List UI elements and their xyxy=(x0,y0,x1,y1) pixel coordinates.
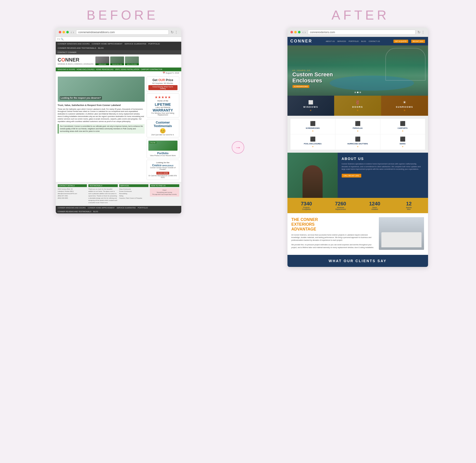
sidebar-testimonials-box: Customer Testimonials 😊 Don't just take … xyxy=(147,119,179,137)
secondary-hurricane-shutters[interactable]: ⬛ HURRICANE SHUTTERS ⊕ xyxy=(335,134,380,150)
map-oops: Oops! xyxy=(151,189,178,191)
footer-services-title: SERVICES xyxy=(119,184,149,187)
before-nav-item-2[interactable]: CONNER HOME IMPROVEMENT xyxy=(92,43,123,45)
secondary-screenrooms[interactable]: ⬛ SCREENROOMS ⊕ xyxy=(290,119,335,134)
secondary-carports[interactable]: ⬛ CARPORTS ⊕ xyxy=(380,119,425,134)
bottom-nav-6[interactable]: BLOG xyxy=(93,211,98,212)
footer-testimonials-content: Thank you so much for the beautiful addi… xyxy=(88,188,118,204)
hero-dot-1[interactable] xyxy=(354,92,356,93)
after-nav-contact[interactable]: CONTACT US xyxy=(369,40,380,42)
hero-dot-2[interactable] xyxy=(357,92,359,93)
after-browser-nav-arrows[interactable]: ‹ › xyxy=(303,30,306,34)
sidebar-portfolio[interactable]: ONLINE Portfolio View Photos of Our Rece… xyxy=(147,139,179,158)
carports-icon: ⬛ xyxy=(400,121,405,126)
before-hero-text: Looking for the respect you deserve? xyxy=(60,96,102,100)
after-dot-red xyxy=(290,31,293,33)
costco-wholesale: WHOLESALE xyxy=(162,165,173,166)
after-hero: 40 YEARS OF Custom ScreenEnclosures SCRE… xyxy=(287,45,428,96)
after-nav-links: ABOUT US SERVICES PORTFOLIO BLOG CONTACT… xyxy=(315,40,390,42)
bottom-nav-2[interactable]: CONNER HOME IMPROVEMENT xyxy=(88,207,114,209)
stat-awards-number: 12 xyxy=(393,201,425,207)
service-box-windows[interactable]: ⬜ WINDOWS ⊕ xyxy=(287,96,334,116)
about-title: ABOUT US xyxy=(342,157,424,161)
subnav-item-2[interactable]: HOME ENCLOSURES xyxy=(77,69,94,70)
warranty-lifetime: LIFETIME xyxy=(148,102,177,106)
hero-dot-3[interactable] xyxy=(360,92,361,93)
map-went-wrong: Something went wrong. xyxy=(151,191,178,194)
browser-action-icons[interactable]: ↻ ⋮ xyxy=(171,30,178,34)
before-nav-item-5[interactable]: CONNER REVIEWS AND TESTIMONIALS xyxy=(58,47,96,49)
browser-nav-arrows[interactable]: ‹ › xyxy=(71,30,74,34)
after-nav-about[interactable]: ABOUT US xyxy=(326,40,335,42)
windows-label: WINDOWS xyxy=(303,106,318,108)
hurricane-shutters-icon: ⬛ xyxy=(355,136,361,142)
before-content: Looking for the respect you deserve? Tru… xyxy=(56,75,181,182)
browser-dots xyxy=(59,31,69,33)
footer-contact-title: CONTACT DETAILS xyxy=(58,184,87,187)
subnav-item-5[interactable]: CARPORT CONTRACTOR xyxy=(141,69,162,70)
costco-click-here-button[interactable]: CLICK HERE xyxy=(156,172,169,175)
after-nav-services[interactable]: SERVICES xyxy=(337,40,346,42)
after-nav-blog[interactable]: BLOG xyxy=(361,40,366,42)
bottom-nav-4[interactable]: PORTFOLIO xyxy=(138,207,148,209)
subnav-item-3[interactable]: HOME REMODELING xyxy=(96,69,113,70)
costco-logo-text: Costco xyxy=(152,164,161,167)
after-nav-portfolio[interactable]: PORTFOLIO xyxy=(348,40,359,42)
service-box-sunrooms[interactable]: ☀ SUNROOMS ⊕ xyxy=(381,96,428,116)
after-nav-get-quote-button[interactable]: GET A QUOTE xyxy=(393,40,408,43)
footer-testimonials-col: TESTIMONIALS Thank you so much for the b… xyxy=(88,184,118,204)
costco-looking-text: Looking for the xyxy=(148,161,177,164)
stat-windows-label: WindowsReplacement xyxy=(325,207,357,210)
clients-section: WHAT OUR CLIENTS SAY xyxy=(287,255,428,267)
advantage-content: THE CONNEREXTERIORSADVANTAGE At Conner E… xyxy=(291,217,379,251)
subnav-item-4[interactable]: VINYL SIDING INSTALLATION xyxy=(115,69,139,70)
stat-awards-label: AwardsWon xyxy=(393,207,425,210)
footer-phone-2: (863) 648-0955 xyxy=(58,197,87,199)
screenrooms-icon: ⬛ xyxy=(310,121,316,126)
before-nav-item-3[interactable]: SERVICE GUARANTEE xyxy=(125,43,146,45)
get-price-title: Get OUR Price xyxy=(148,78,177,82)
arrow-symbol: → xyxy=(235,144,241,151)
before-url-bar[interactable]: connerwindowsanddoors.com xyxy=(76,30,169,35)
get-price-button[interactable]: Know Exactly What You're Getting xyxy=(148,85,177,90)
secondary-pool-enclosures[interactable]: ⬛ POOL ENCLOSURES ⊕ xyxy=(290,134,335,150)
hero-content: 40 YEARS OF Custom ScreenEnclosures SCRE… xyxy=(292,69,333,88)
subnav-item-1[interactable]: WINDOWS & DOORS xyxy=(58,69,75,70)
testimonials-title: Customer Testimonials xyxy=(148,121,177,128)
secondary-siding[interactable]: ⬛ SIDING ⊕ xyxy=(380,134,425,150)
img-label-windows: WINDOWS xyxy=(95,63,109,65)
costco-subtitle: Conner Screen Room Outside of Florida? xyxy=(148,167,177,170)
sidebar-costco-box: Looking for the Costco WHOLESALE Conner … xyxy=(147,160,179,180)
after-url-bar[interactable]: connerexteriors.com xyxy=(308,30,415,35)
footer-phone-1: (863) 647-1561 xyxy=(58,195,87,197)
bottom-nav-1[interactable]: CONNER WINDOWS AND DOORS xyxy=(58,207,86,209)
secondary-pergolas[interactable]: ⬛ PERGOLAS ⊕ xyxy=(335,119,380,134)
header-img-remodeling: REMODELING xyxy=(110,56,124,65)
before-nav-item-6[interactable]: BLOG xyxy=(98,47,104,49)
before-site: f + 🔍 CONNER WINDOWS AND DOORS CONNER HO… xyxy=(56,37,181,213)
before-logo-tagline: windows & doors | exteriors | enclosures xyxy=(58,63,94,65)
before-sidebar: Get OUR Price NO Surprises. NO Worries. … xyxy=(147,77,179,180)
about-call-button[interactable]: CALL 863.647.1001 xyxy=(342,174,361,178)
footer-email: allen@connersince1979.com xyxy=(58,193,87,195)
before-nav-contact[interactable]: CONTACT CONNER xyxy=(58,51,77,53)
hurricane-shutters-label: HURRICANE SHUTTERS xyxy=(347,143,368,145)
bottom-nav-3[interactable]: SERVICE GUARANTEE xyxy=(116,207,136,209)
hurricane-shutters-arrow: ⊕ xyxy=(357,146,359,148)
dot-red xyxy=(59,31,61,33)
service-box-doors[interactable]: 🚪 DOORS ⊕ xyxy=(334,96,381,116)
before-nav-item-1[interactable]: CONNER WINDOWS AND DOORS xyxy=(58,43,90,45)
bottom-nav-5[interactable]: CONNER REVIEWS AND TESTIMONIALS xyxy=(58,211,91,212)
before-nav-item-4[interactable]: PORTFOLIO xyxy=(148,43,160,45)
hero-tag[interactable]: SCREENROOMS xyxy=(292,85,310,88)
social-icons: f + 🔍 xyxy=(58,38,64,40)
costco-logo: Costco WHOLESALE xyxy=(148,164,177,167)
before-hero-image: Looking for the respect you deserve? xyxy=(58,77,145,102)
portfolio-image: ONLINE xyxy=(148,141,177,151)
after-nav-phone[interactable]: 863.647.1001 xyxy=(411,40,425,43)
pergolas-icon: ⬛ xyxy=(355,121,361,126)
sidebar-portfolio-box[interactable]: ONLINE Portfolio View Photos of Our Rece… xyxy=(147,139,179,158)
after-logo: CONNER xyxy=(290,39,312,43)
comparison-body: ‹ › connerwindowsanddoors.com ↻ ⋮ f + 🔍 … xyxy=(0,28,476,277)
after-browser-action-icons[interactable]: ↻ ⋮ xyxy=(418,30,425,34)
